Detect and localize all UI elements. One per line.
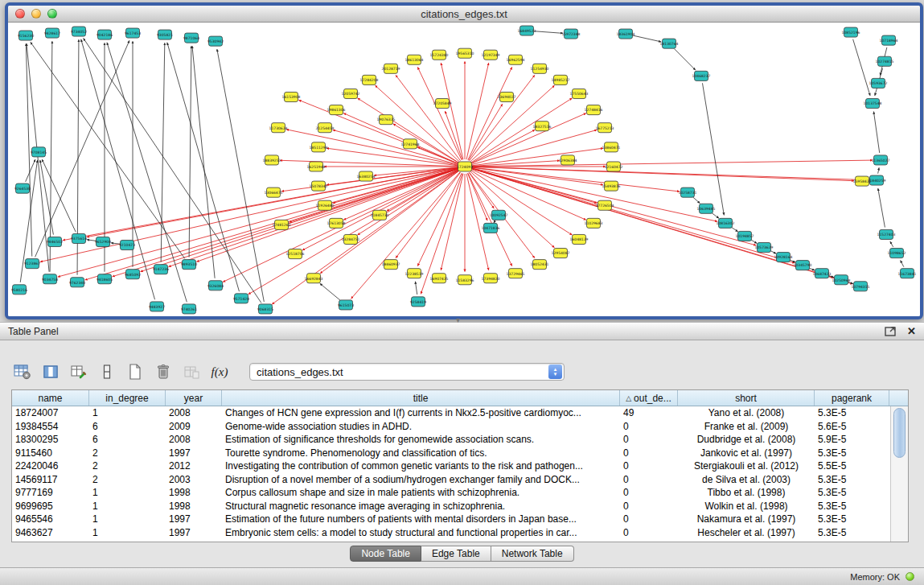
table-cell[interactable]: 9463627: [12, 527, 89, 538]
network-node[interactable]: 18839251: [263, 155, 281, 165]
network-node[interactable]: 9428617: [44, 28, 60, 38]
network-node[interactable]: 9740261: [181, 304, 197, 314]
table-cell[interactable]: 1: [89, 407, 166, 418]
network-node[interactable]: 20128719: [382, 64, 400, 73]
network-node[interactable]: 12741968: [401, 139, 420, 149]
network-node[interactable]: 10593672: [869, 78, 888, 88]
network-node[interactable]: 9258419: [410, 297, 426, 307]
column-visibility-button[interactable]: [41, 362, 60, 381]
table-cell[interactable]: 9115460: [12, 447, 89, 459]
column-header-short[interactable]: short: [678, 390, 815, 406]
table-cell[interactable]: 49: [620, 407, 678, 418]
table-cell[interactable]: 0: [620, 487, 678, 498]
table-cell[interactable]: 5.3E-5: [815, 487, 889, 498]
new-row-button[interactable]: [97, 362, 117, 381]
network-node[interactable]: 16907425: [430, 274, 449, 283]
table-cell[interactable]: 0: [620, 421, 678, 432]
network-node[interactable]: 9685092: [125, 270, 141, 279]
network-node[interactable]: 10468237: [692, 71, 711, 80]
network-node[interactable]: 15078342: [310, 181, 328, 191]
new-column-button[interactable]: [69, 362, 88, 381]
table-cell[interactable]: 5.3E-5: [815, 527, 889, 538]
table-cell[interactable]: de Silva et al. (2003): [678, 474, 815, 485]
network-node[interactable]: 18327516: [533, 122, 552, 131]
network-node[interactable]: 10092547: [490, 210, 508, 220]
delete-table-button[interactable]: [154, 362, 173, 381]
table-cell[interactable]: Changes of HCN gene expression and I(f) …: [222, 407, 620, 418]
table-row[interactable]: 1938455462009Genome-wide association stu…: [12, 420, 890, 434]
network-node[interactable]: 10639485: [697, 204, 716, 213]
table-cell[interactable]: 6: [89, 421, 166, 432]
network-node[interactable]: 16048129: [570, 234, 589, 244]
network-node[interactable]: 11673841: [898, 269, 917, 278]
vertical-scrollbar[interactable]: [890, 406, 908, 542]
panel-splitter-handle[interactable]: ▾: [456, 315, 460, 324]
network-node[interactable]: 21254459: [316, 123, 335, 133]
table-cell[interactable]: 2009: [166, 421, 222, 432]
network-node[interactable]: 12059742: [342, 89, 360, 98]
table-cell[interactable]: 5.3E-5: [815, 501, 889, 512]
network-node[interactable]: 18511294: [310, 142, 328, 152]
network-node[interactable]: 9846502: [47, 237, 63, 246]
window-titlebar[interactable]: citations_edges.txt: [8, 6, 920, 23]
new-table-button[interactable]: [125, 362, 145, 381]
network-node[interactable]: 19565310: [456, 48, 474, 58]
network-node[interactable]: 9708145: [31, 147, 47, 157]
table-cell[interactable]: 5.9E-5: [815, 434, 889, 445]
network-node[interactable]: 12748416: [585, 105, 603, 115]
network-node[interactable]: 9418605: [97, 274, 113, 284]
network-node[interactable]: 11365027: [872, 155, 890, 165]
network-node[interactable]: 11845730: [371, 210, 389, 220]
table-cell[interactable]: 1: [89, 527, 166, 538]
network-node[interactable]: 17613058: [327, 218, 346, 228]
network-node[interactable]: 12518706: [286, 249, 305, 259]
network-node[interactable]: 12197349: [482, 50, 500, 60]
network-node[interactable]: 10573629: [755, 242, 774, 252]
table-cell[interactable]: 2012: [166, 460, 222, 472]
network-node[interactable]: 10274815: [876, 56, 894, 66]
table-row[interactable]: 1872400712008Changes of HCN gene express…: [12, 406, 890, 420]
network-node[interactable]: 16775213: [596, 123, 614, 133]
column-header-pagerank[interactable]: pagerank: [815, 390, 889, 406]
table-cell[interactable]: 5.5E-5: [815, 460, 889, 472]
table-cell[interactable]: Yano et al. (2008): [678, 407, 815, 418]
table-cell[interactable]: 19384554: [12, 421, 89, 432]
table-cell[interactable]: Estimation of significance thresholds fo…: [222, 434, 620, 445]
column-header-name[interactable]: name: [12, 390, 89, 406]
network-node[interactable]: 9123867: [24, 259, 40, 269]
network-node[interactable]: 10928164: [774, 253, 793, 262]
float-panel-icon[interactable]: [885, 327, 896, 336]
table-cell[interactable]: 2003: [166, 474, 222, 485]
table-cell[interactable]: 5.3E-5: [815, 407, 889, 418]
table-cell[interactable]: 1997: [166, 513, 222, 525]
network-node[interactable]: 13066475: [265, 187, 283, 197]
network-node[interactable]: 11527403: [877, 229, 896, 239]
table-cell[interactable]: Embryonic stem cells: a model to study s…: [222, 527, 620, 538]
table-cell[interactable]: 0: [620, 527, 678, 538]
network-node[interactable]: 11029683: [585, 218, 603, 228]
network-canvas[interactable]: 1724093162519481851129421254459198613061…: [8, 23, 920, 316]
tab-edge-table[interactable]: Edge Table: [421, 546, 491, 562]
network-node[interactable]: 16380254: [357, 171, 376, 181]
network-node[interactable]: 16692843: [305, 274, 323, 283]
network-node[interactable]: 9734052: [71, 27, 87, 36]
network-node[interactable]: 9762340: [69, 278, 85, 287]
table-cell[interactable]: 1998: [166, 487, 222, 498]
table-cell[interactable]: 14569117: [12, 474, 89, 485]
network-node[interactable]: 10852196: [842, 27, 860, 37]
network-node[interactable]: 9617453: [125, 28, 141, 38]
table-cell[interactable]: 1997: [166, 527, 222, 538]
network-node[interactable]: 10250968: [832, 275, 851, 285]
table-cell[interactable]: Dudbridge et al. (2008): [678, 434, 815, 445]
table-cell[interactable]: Stergiakouli et al. (2012): [678, 460, 815, 472]
table-cell[interactable]: 2: [89, 474, 166, 485]
network-node[interactable]: 10794315: [852, 282, 870, 291]
network-node[interactable]: 10816302: [717, 218, 735, 228]
table-cell[interactable]: Jankovic et al. (1997): [678, 447, 815, 459]
table-cell[interactable]: Franke et al. (2009): [678, 421, 815, 432]
table-cell[interactable]: Tibbo et al. (1998): [678, 487, 815, 498]
network-node[interactable]: 18052431: [531, 260, 549, 270]
table-row[interactable]: 1456911722003Disruption of a novel membe…: [12, 473, 890, 487]
table-cell[interactable]: 2: [89, 460, 166, 472]
network-node[interactable]: 11926480: [316, 200, 335, 210]
